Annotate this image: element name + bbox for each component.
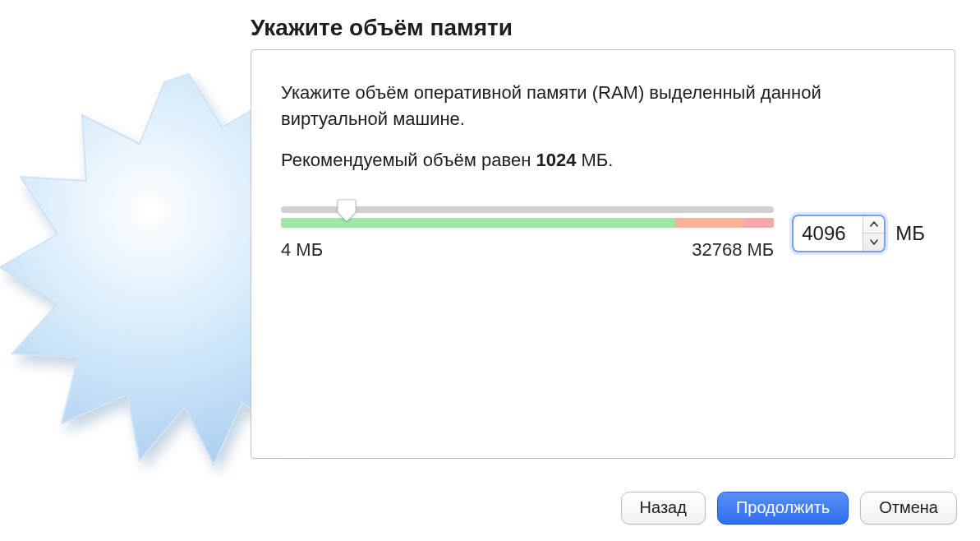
memory-stepper[interactable] <box>792 215 886 252</box>
memory-min-label: 4 МБ <box>281 239 323 261</box>
memory-max-label: 32768 МБ <box>692 239 774 261</box>
cancel-button[interactable]: Отмена <box>860 492 957 525</box>
memory-step-up[interactable] <box>863 216 884 234</box>
recommendation-prefix: Рекомендуемый объём равен <box>281 150 536 170</box>
memory-description: Укажите объём оперативной памяти (RAM) в… <box>281 80 925 132</box>
memory-slider[interactable] <box>281 206 774 213</box>
continue-button[interactable]: Продолжить <box>717 492 849 525</box>
back-button[interactable]: Назад <box>621 492 706 525</box>
memory-zone-critical <box>744 218 774 228</box>
memory-panel: Укажите объём оперативной памяти (RAM) в… <box>251 49 955 459</box>
memory-unit: МБ <box>895 222 925 245</box>
memory-step-down[interactable] <box>863 234 884 251</box>
page-title: Укажите объём памяти <box>251 15 513 41</box>
memory-slider-thumb[interactable] <box>337 199 357 222</box>
memory-recommendation: Рекомендуемый объём равен 1024 МБ. <box>281 147 925 173</box>
dialog-footer: Назад Продолжить Отмена <box>621 492 957 525</box>
memory-input[interactable] <box>794 216 863 251</box>
memory-zone-warn <box>675 218 744 228</box>
recommendation-suffix: МБ. <box>576 150 613 170</box>
recommendation-value: 1024 <box>536 150 576 170</box>
